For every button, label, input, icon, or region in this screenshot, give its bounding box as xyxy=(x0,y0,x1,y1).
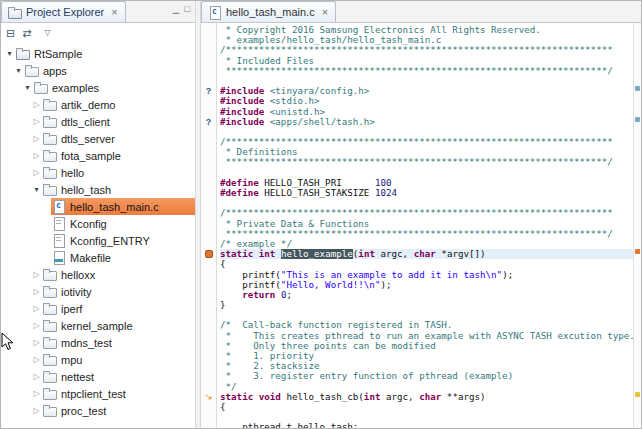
code-line[interactable]: #define HELLO_TASH_STAKSIZE 1024 xyxy=(220,188,633,198)
tree-item-nettest[interactable]: ▷nettest xyxy=(1,368,195,385)
code-line[interactable]: /***************************************… xyxy=(220,137,633,147)
code-line[interactable]: ****************************************… xyxy=(220,157,633,167)
code-line[interactable]: return 0; xyxy=(220,290,633,300)
tree-item-body[interactable]: kernel_sample xyxy=(42,317,195,334)
question-marker-icon[interactable]: ? xyxy=(206,117,212,127)
tree-item-body[interactable]: proc_test xyxy=(42,402,195,419)
view-menu-icon[interactable]: ▽ xyxy=(44,29,50,37)
code-line[interactable]: * Private Data & Functions xyxy=(220,219,633,229)
tab-project-explorer[interactable]: Project Explorer × xyxy=(1,1,126,22)
code-line[interactable] xyxy=(220,310,633,320)
tree-item-mpu[interactable]: ▷mpu xyxy=(1,351,195,368)
code-line[interactable]: pthread_t hello_tash; xyxy=(220,422,633,428)
tree-item-hello[interactable]: ▷hello xyxy=(1,164,195,181)
tree-item-body[interactable]: iotivity xyxy=(42,283,195,300)
code-line[interactable]: #include <unistd.h> xyxy=(220,107,633,117)
code-line[interactable]: printf("This is an example to add it in … xyxy=(220,270,633,280)
code-line[interactable]: /* example */ xyxy=(220,239,633,249)
occurrence-marker-icon[interactable] xyxy=(205,250,213,258)
code-line[interactable]: * This creates pthread to run an example… xyxy=(220,331,633,341)
maximize-view-button[interactable]: ☐ xyxy=(184,6,191,14)
chevron-expanded-icon[interactable]: ▾ xyxy=(22,83,33,92)
tree-item-body[interactable]: iperf xyxy=(42,300,195,317)
overview-mark-question[interactable] xyxy=(635,117,640,122)
chevron-collapsed-icon[interactable]: ▷ xyxy=(31,355,42,364)
collapse-all-icon[interactable]: ⊟ xyxy=(6,28,15,39)
code-area[interactable]: * Copyright 2016 Samsung Electronics All… xyxy=(217,23,633,428)
code-line[interactable]: * 3. register entry function of pthread … xyxy=(220,371,633,381)
code-line[interactable]: /* Call-back function registered in TASH… xyxy=(220,320,633,330)
tree-item-body[interactable]: dtls_client xyxy=(42,113,195,130)
code-line[interactable]: * Copyright 2016 Samsung Electronics All… xyxy=(220,25,633,35)
code-line[interactable]: ****************************************… xyxy=(220,66,633,76)
tree-item-body[interactable]: artik_demo xyxy=(42,96,195,113)
tree-item-iotivity[interactable]: ▷iotivity xyxy=(1,283,195,300)
chevron-collapsed-icon[interactable]: ▷ xyxy=(31,151,42,160)
tab-hello-tash-main[interactable]: hello_tash_main.c × xyxy=(201,1,336,22)
code-line[interactable]: * 2. stacksize xyxy=(220,361,633,371)
tree-item-kernel_sample[interactable]: ▷kernel_sample xyxy=(1,317,195,334)
code-line[interactable] xyxy=(220,127,633,137)
tree-item-fota_sample[interactable]: ▷fota_sample xyxy=(1,147,195,164)
chevron-collapsed-icon[interactable]: ▷ xyxy=(31,117,42,126)
code-line[interactable]: * 1. priority xyxy=(220,351,633,361)
tree-item-body[interactable]: dtls_server xyxy=(42,130,195,147)
tree-item-RtSample[interactable]: ▾RtSample xyxy=(1,45,195,62)
tree-item-body[interactable]: examples xyxy=(33,79,195,96)
tree-item-artik_demo[interactable]: ▷artik_demo xyxy=(1,96,195,113)
chevron-collapsed-icon[interactable]: ▷ xyxy=(31,406,42,415)
chevron-collapsed-icon[interactable]: ▷ xyxy=(31,100,42,109)
question-marker-icon[interactable]: ? xyxy=(206,86,212,96)
tree-item-body[interactable]: RtSample xyxy=(15,45,195,62)
tree-item-examples[interactable]: ▾examples xyxy=(1,79,195,96)
tree-item-Makefile[interactable]: Makefile xyxy=(1,249,195,266)
code-line[interactable] xyxy=(220,168,633,178)
chevron-expanded-icon[interactable]: ▾ xyxy=(31,185,42,194)
chevron-expanded-icon[interactable]: ▾ xyxy=(4,49,15,58)
chevron-collapsed-icon[interactable]: ▷ xyxy=(31,372,42,381)
close-icon[interactable]: × xyxy=(322,7,328,18)
tree-item-body[interactable]: hello_tash_main.c xyxy=(51,198,195,215)
chevron-collapsed-icon[interactable]: ▷ xyxy=(31,338,42,347)
chevron-collapsed-icon[interactable]: ▷ xyxy=(31,304,42,313)
code-line[interactable]: /***************************************… xyxy=(220,208,633,218)
code-line[interactable]: #include <stdio.h> xyxy=(220,96,633,106)
chevron-collapsed-icon[interactable]: ▷ xyxy=(31,134,42,143)
tree-item-apps[interactable]: ▾apps xyxy=(1,62,195,79)
code-line[interactable]: * Definitions xyxy=(220,147,633,157)
code-line[interactable]: } xyxy=(220,300,633,310)
code-line[interactable]: #include <tinyara/config.h> xyxy=(220,86,633,96)
code-line[interactable]: static int hello_example(int argc, char … xyxy=(220,249,633,259)
code-line[interactable]: * Only three points can be modified xyxy=(220,341,633,351)
tree-item-ntpclient_test[interactable]: ▷ntpclient_test xyxy=(1,385,195,402)
tree-item-body[interactable]: Makefile xyxy=(51,249,195,266)
code-line[interactable] xyxy=(220,76,633,86)
overview-mark-occurrence[interactable] xyxy=(635,249,640,254)
minimize-view-button[interactable]: ▁ xyxy=(173,6,179,14)
tree-item-body[interactable]: Kconfig xyxy=(51,215,195,232)
tree-item-body[interactable]: helloxx xyxy=(42,266,195,283)
tree-item-dtls_client[interactable]: ▷dtls_client xyxy=(1,113,195,130)
overview-mark-question[interactable] xyxy=(635,86,640,91)
tree-item-Kconfig[interactable]: Kconfig xyxy=(1,215,195,232)
code-line[interactable]: ****************************************… xyxy=(220,229,633,239)
link-with-editor-icon[interactable]: ⇄ xyxy=(22,28,31,39)
code-line[interactable]: /***************************************… xyxy=(220,45,633,55)
tree-item-Kconfig_ENTRY[interactable]: Kconfig_ENTRY xyxy=(1,232,195,249)
tree-item-mdns_test[interactable]: ▷mdns_test xyxy=(1,334,195,351)
chevron-expanded-icon[interactable]: ▾ xyxy=(13,66,24,75)
close-icon[interactable]: × xyxy=(111,7,117,18)
code-line[interactable]: #include <apps/shell/tash.h> xyxy=(220,117,633,127)
code-line[interactable]: static void hello_tash_cb(int argc, char… xyxy=(220,392,633,402)
tree-item-body[interactable]: ntpclient_test xyxy=(42,385,195,402)
tree-item-body[interactable]: Kconfig_ENTRY xyxy=(51,232,195,249)
code-line[interactable]: printf("Hello, World!!\n"); xyxy=(220,280,633,290)
tree-item-body[interactable]: mpu xyxy=(42,351,195,368)
tree-item-iperf[interactable]: ▷iperf xyxy=(1,300,195,317)
overview-mark-arrow[interactable] xyxy=(635,392,640,397)
tree-item-dtls_server[interactable]: ▷dtls_server xyxy=(1,130,195,147)
chevron-collapsed-icon[interactable]: ▷ xyxy=(31,270,42,279)
tree-item-hello_tash_main.c[interactable]: hello_tash_main.c xyxy=(1,198,195,215)
tree-item-body[interactable]: mdns_test xyxy=(42,334,195,351)
chevron-collapsed-icon[interactable]: ▷ xyxy=(31,168,42,177)
